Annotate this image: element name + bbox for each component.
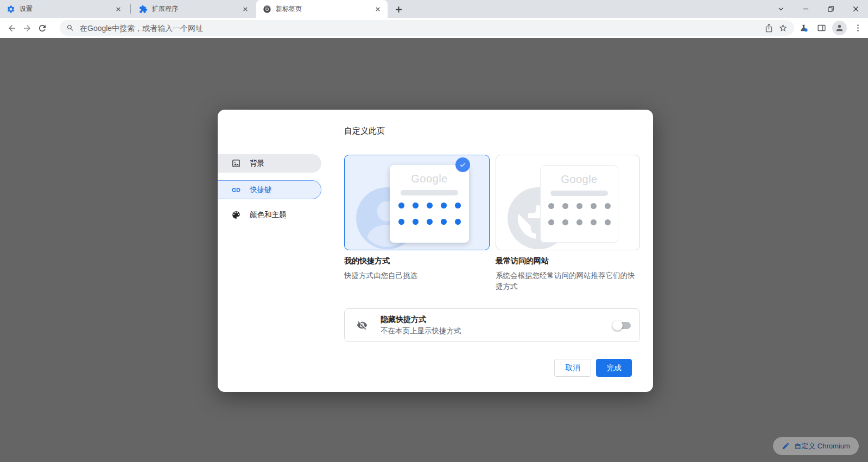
sidebar-item-background[interactable]: 背景: [218, 154, 321, 173]
close-icon: [852, 5, 859, 12]
tab-label: 设置: [20, 4, 110, 14]
chevron-down-icon: [777, 5, 784, 12]
toolbar-right-actions: [796, 20, 865, 36]
profile-avatar-button[interactable]: [832, 21, 847, 35]
tab-settings[interactable]: 设置: [0, 0, 128, 18]
reload-button[interactable]: [35, 21, 50, 36]
sidebar-item-label: 背景: [250, 159, 264, 168]
minimize-button[interactable]: [793, 0, 818, 18]
back-arrow-icon: [7, 23, 17, 33]
three-dot-menu-icon: [853, 23, 863, 33]
customize-page-dialog: 自定义此页 背景 快捷键 颜色和主题: [218, 110, 653, 392]
preview-brand-text: Google: [561, 173, 598, 186]
new-tab-button[interactable]: [392, 3, 405, 16]
search-icon: [66, 24, 74, 32]
hide-shortcuts-row: 隐藏快捷方式 不在本页上显示快捷方式: [344, 308, 640, 342]
option-title: 我的快捷方式: [344, 256, 490, 266]
restore-button[interactable]: [818, 0, 843, 18]
side-panel-button[interactable]: [814, 21, 828, 35]
back-button[interactable]: [4, 21, 20, 36]
person-icon: [835, 23, 844, 33]
experiments-button[interactable]: [796, 21, 810, 35]
tab-close-button[interactable]: [114, 5, 123, 14]
eye-off-icon: [357, 320, 368, 331]
tab-label: 扩展程序: [152, 4, 237, 14]
preview-searchbar: [550, 191, 608, 196]
plus-icon: [395, 6, 402, 13]
hide-shortcuts-toggle[interactable]: [612, 320, 631, 331]
tab-separator: [130, 4, 131, 14]
tab-close-button[interactable]: [241, 5, 250, 14]
hide-shortcuts-description: 不在本页上显示快捷方式: [381, 326, 612, 336]
side-panel-icon: [817, 23, 826, 33]
check-icon: [459, 161, 467, 169]
option-card-my-shortcuts[interactable]: Google: [344, 155, 490, 250]
selected-check-badge: [455, 157, 470, 172]
my-shortcuts-text: 我的快捷方式 快捷方式由您自己挑选: [344, 256, 490, 281]
settings-gear-icon: [7, 5, 15, 14]
omnibox[interactable]: [60, 20, 794, 36]
toggle-knob: [612, 320, 623, 331]
tab-extensions[interactable]: 扩展程序: [132, 0, 255, 18]
option-description: 快捷方式由您自己挑选: [344, 270, 490, 281]
window-controls: [768, 0, 868, 18]
option-card-most-visited[interactable]: Google: [496, 155, 640, 250]
preview-shortcut-dots: [548, 203, 611, 225]
toolbar: [0, 18, 868, 38]
palette-icon: [231, 210, 241, 220]
preview-brand-text: Google: [411, 173, 448, 185]
tab-search-chevron-button[interactable]: [768, 0, 793, 18]
dialog-title: 自定义此页: [344, 126, 385, 136]
reload-icon: [37, 23, 47, 33]
done-button[interactable]: 完成: [596, 359, 632, 377]
image-icon: [231, 159, 241, 168]
close-window-button[interactable]: [843, 0, 868, 18]
hide-shortcuts-texts: 隐藏快捷方式 不在本页上显示快捷方式: [381, 315, 612, 336]
flask-icon: [799, 23, 808, 33]
pencil-icon: [782, 442, 790, 450]
address-input[interactable]: [74, 24, 762, 33]
star-icon: [778, 23, 788, 33]
tab-new-tab-active[interactable]: 新标签页: [256, 0, 388, 18]
forward-arrow-icon: [22, 23, 32, 33]
browser-window: 设置 扩展程序 新标签页: [0, 0, 868, 462]
option-title: 最常访问的网站: [496, 256, 640, 266]
option-description: 系统会根据您经常访问的网站推荐它们的快捷方式: [496, 270, 640, 292]
share-button[interactable]: [762, 21, 776, 35]
most-visited-text: 最常访问的网站 系统会根据您经常访问的网站推荐它们的快捷方式: [496, 256, 640, 292]
link-icon: [231, 185, 241, 195]
customize-chromium-button[interactable]: 自定义 Chromium: [773, 437, 859, 455]
sidebar-item-colors-theme[interactable]: 颜色和主题: [218, 206, 321, 224]
tab-strip: 设置 扩展程序 新标签页: [0, 0, 868, 18]
restore-icon: [827, 5, 834, 12]
preview-shortcut-dots: [398, 202, 461, 225]
ntp-preview-card: Google: [540, 165, 618, 243]
browser-menu-button[interactable]: [851, 21, 865, 35]
forward-button[interactable]: [20, 21, 35, 36]
customize-chromium-label: 自定义 Chromium: [794, 441, 850, 451]
ntp-preview-card: Google: [390, 165, 469, 243]
tab-label: 新标签页: [276, 4, 369, 14]
chromium-logo-icon: [263, 5, 271, 14]
tab-close-button[interactable]: [373, 5, 382, 14]
bookmark-star-button[interactable]: [776, 21, 790, 35]
hide-shortcuts-title: 隐藏快捷方式: [381, 315, 612, 325]
sidebar-item-label: 快捷键: [250, 185, 272, 195]
share-icon: [764, 23, 774, 33]
sidebar-item-label: 颜色和主题: [250, 210, 287, 220]
sidebar-item-shortcuts[interactable]: 快捷键: [218, 180, 321, 199]
puzzle-piece-icon: [139, 5, 148, 14]
cancel-button[interactable]: 取消: [554, 359, 591, 377]
minimize-icon: [802, 5, 809, 12]
page-scrim: 自定义 Chromium 自定义此页 背景 快捷键 颜色和主题: [0, 38, 868, 462]
preview-searchbar: [401, 190, 458, 195]
